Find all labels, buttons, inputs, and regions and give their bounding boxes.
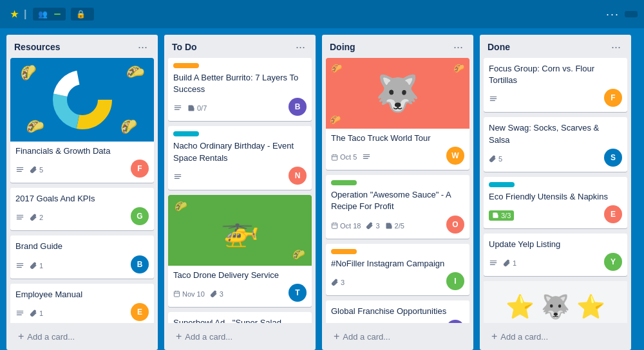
card-item[interactable]: Global Franchise Opportunities 4/9 G [326,300,469,323]
more-icon[interactable]: ··· [606,8,620,21]
add-card-label: Add a card... [27,332,75,342]
card-avatar: T [289,284,307,302]
card-attachment-count: 1 [30,262,43,270]
card-item[interactable]: Update Yelp Listing 1 Y [484,234,627,276]
list-menu-button[interactable]: ··· [135,41,150,53]
svg-rect-20 [175,176,182,177]
card-title: Build A Better Burrito: 7 Layers To Succ… [173,72,307,95]
card-item[interactable]: Focus Group: Corn vs. Flour Tortillas F [484,58,627,112]
card-avatar: N [289,167,307,185]
card-meta: 0/7 [173,104,207,113]
list-menu-button[interactable]: ··· [609,41,623,53]
card-description-icon [489,95,498,104]
svg-rect-33 [332,155,337,160]
card-attachment-count: 2 [30,214,43,221]
card-item[interactable]: ⭐ 🐺 ⭐ Grand Opening Celebration Aug 11, … [484,281,627,323]
card-title: The Taco Truck World Tour [331,133,464,144]
card-label [173,63,199,68]
svg-rect-37 [363,154,370,155]
card-description-icon [362,152,371,161]
svg-rect-10 [17,262,24,263]
card-meta: 5 [15,165,43,174]
card-attachment-count: 5 [489,155,502,163]
card-item[interactable]: Build A Better Burrito: 7 Layers To Succ… [168,58,312,121]
card-meta: Oct 5 [331,152,371,161]
card-avatar: O [446,216,464,234]
add-card-button[interactable]: + Add a card... [168,326,312,347]
list-resources: Resources ··· 🌮 🌮 🌮 🌮 Financials & Growt… [6,35,158,350]
card-title: Taco Drone Delivery Service [173,270,307,281]
list-menu-button[interactable]: ··· [293,41,308,53]
org-badge[interactable]: 👥 [33,8,66,21]
card-attachment-count: 1 [503,259,516,267]
card-item[interactable]: Operation "Awesome Sauce" - A Recipe For… [326,175,469,238]
list-cards: Focus Group: Corn vs. Flour Tortillas F … [480,58,631,323]
card-item[interactable]: New Swag: Socks, Scarves & Salsa 5 S [484,117,627,171]
star-icon[interactable]: ★ [10,9,19,19]
list-title: To Do [172,42,197,52]
card-item[interactable]: Eco Friendly Utensils & Napkins 3/3 E [484,177,627,228]
team-badge[interactable]: 🔒 [71,8,94,21]
card-avatar: G [131,207,149,225]
card-due-date: Oct 5 [331,153,357,161]
card-description-icon [489,259,498,268]
header-right: ··· [606,8,638,21]
card-meta: 1 [15,261,43,270]
card-title: Employee Manual [15,289,149,300]
card-avatar: B [131,255,149,273]
card-description-icon [15,309,24,318]
card-attachment-count: 3 [331,279,345,286]
card-description-icon [15,165,24,174]
add-card-button[interactable]: + Add a card... [484,326,627,347]
card-description-icon [15,261,24,270]
card-item[interactable]: Nacho Ordinary Birthday - Event Space Re… [168,126,312,189]
card-cover: 🌮 🌮 🌮 🌮 [10,58,154,142]
card-avatar: F [131,160,149,178]
card-title: Brand Guide [15,241,149,252]
svg-rect-49 [490,100,495,101]
card-item[interactable]: 🌮 🚁 🌮 Taco Drone Delivery Service Nov 10… [168,195,312,307]
add-card-label: Add a card... [500,332,548,342]
card-label [331,249,357,254]
svg-rect-15 [17,315,22,315]
svg-rect-50 [490,261,497,261]
card-avatar-container: E [131,303,149,321]
svg-rect-4 [17,167,24,168]
svg-rect-40 [332,223,337,228]
list-menu-button[interactable]: ··· [451,41,466,53]
card-item[interactable]: 2017 Goals And KPIs 2 G [10,188,154,230]
card-meta: Oct 18 3 2/5 [331,222,404,230]
list-cards: 🌮 🌮 🌮 🐺 The Taco Truck World Tour Oct 5 … [322,58,473,323]
card-meta: 1 [15,309,43,318]
show-menu-button[interactable] [625,11,638,17]
card-avatar: G [446,320,464,323]
card-avatar-container: W [446,147,464,165]
card-avatar-container: S [604,149,622,167]
card-avatar: E [131,303,149,321]
card-avatar: Y [604,253,622,271]
card-avatar-container: O [446,216,464,234]
add-card-button[interactable]: + Add a card... [10,326,154,347]
card-item[interactable]: Superbowl Ad - "Super Salad Bowls" Dec 1… [168,312,312,323]
card-title: Operation "Awesome Sauce" - A Recipe For… [331,189,464,212]
card-item[interactable]: Brand Guide 1 B [10,235,154,278]
add-card-button[interactable]: + Add a card... [326,326,469,347]
card-avatar-container: N [289,167,307,185]
card-item[interactable]: 🌮 🌮 🌮 🐺 The Taco Truck World Tour Oct 5 … [326,58,469,170]
card-item[interactable]: 🌮 🌮 🌮 🌮 Financials & Growth Data 5 F [10,58,154,183]
list-done: Done ··· Focus Group: Corn vs. Flour Tor… [480,35,631,350]
svg-rect-13 [17,311,24,311]
add-card-label: Add a card... [343,332,390,342]
card-item[interactable]: #NoFiller Instagram Campaign 3 I [326,244,469,295]
svg-rect-38 [363,156,370,157]
list-header: Done ··· [480,35,631,58]
card-due-date: Oct 18 [331,222,361,230]
card-avatar: W [446,147,464,165]
card-item[interactable]: Employee Manual 1 E [10,284,154,323]
card-avatar-container: B [131,255,149,273]
card-checklist-complete: 3/3 [489,210,514,221]
card-cover: 🌮 🌮 🌮 🐺 [326,58,469,129]
card-title: Financials & Growth Data [15,145,149,157]
card-meta: Nov 10 3 [173,290,223,298]
svg-rect-7 [17,215,24,216]
